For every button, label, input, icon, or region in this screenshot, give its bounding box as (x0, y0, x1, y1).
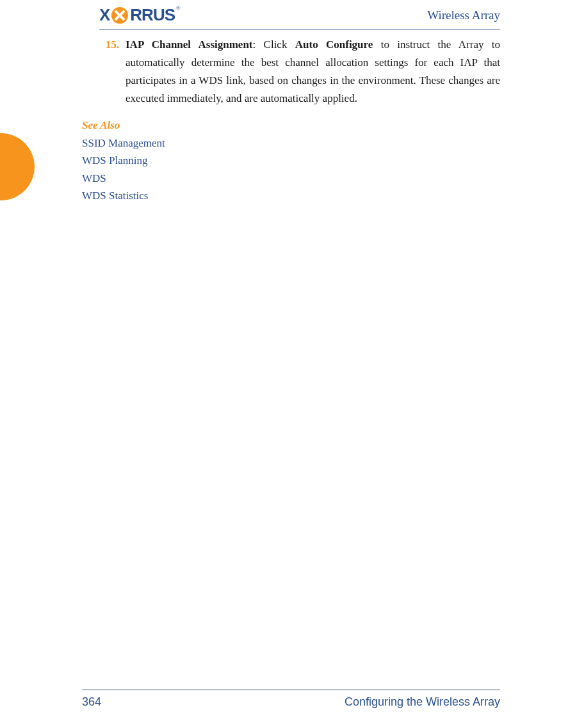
item-sep: : Click (253, 38, 295, 51)
numbered-list-item: 15. IAP Channel Assignment: Click Auto C… (82, 36, 500, 108)
list-number: 15. (82, 36, 126, 108)
page-header: X RRUS ® Wireless Array (99, 5, 500, 29)
page-footer: 364 Configuring the Wireless Array (82, 690, 500, 709)
see-also-link-ssid-management[interactable]: SSID Management (82, 134, 500, 152)
page-content: 15. IAP Channel Assignment: Click Auto C… (82, 36, 500, 204)
brand-logo: X RRUS ® (99, 5, 181, 25)
page-number: 364 (82, 695, 101, 709)
see-also-link-wds-statistics[interactable]: WDS Statistics (82, 187, 500, 204)
registered-mark: ® (176, 4, 181, 11)
header-title: Wireless Array (427, 8, 500, 22)
document-page: X RRUS ® Wireless Array 15. IAP Channel … (0, 0, 577, 728)
section-title: Configuring the Wireless Array (345, 695, 500, 709)
list-body: IAP Channel Assignment: Click Auto Confi… (126, 36, 500, 108)
logo-text-suffix: RRUS (130, 5, 175, 25)
see-also-heading: See Also (82, 119, 500, 132)
logo-text-prefix: X (99, 5, 110, 25)
item-title: IAP Channel Assignment (126, 38, 253, 51)
see-also-link-wds-planning[interactable]: WDS Planning (82, 152, 500, 169)
item-bold2: Auto Configure (295, 38, 373, 51)
section-tab-icon (0, 133, 35, 200)
see-also-link-wds[interactable]: WDS (82, 170, 500, 187)
see-also-section: See Also SSID Management WDS Planning WD… (82, 119, 500, 204)
logo-x-icon (111, 7, 128, 24)
